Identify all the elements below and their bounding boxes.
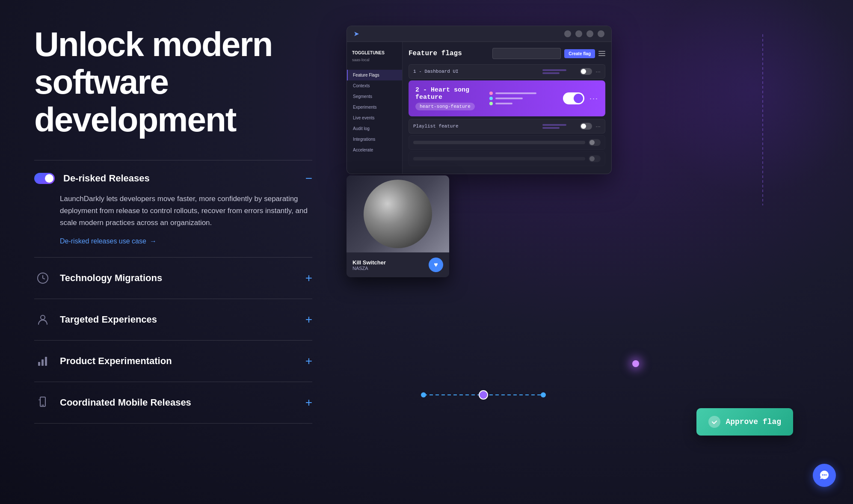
svg-rect-10: [598, 55, 605, 56]
hs-dot-3: [489, 102, 493, 105]
heart-song-bars: [489, 92, 558, 105]
svg-point-13: [479, 391, 488, 399]
sidebar-nav-audit[interactable]: Audit log: [347, 123, 402, 134]
svg-point-17: [824, 474, 825, 476]
dashboard-main: Feature flags Create flag 1 - Dashboard …: [403, 42, 611, 174]
svg-rect-9: [598, 53, 605, 54]
approve-flag-check-icon: [708, 416, 720, 428]
accordion-expand-icon-4[interactable]: +: [305, 355, 312, 367]
hs-dot-2: [489, 97, 493, 100]
accordion-item-targeted: Targeted Experiences +: [34, 299, 312, 340]
mobile-icon: [34, 394, 51, 411]
ff-search-bar[interactable]: [492, 48, 561, 59]
accordion-expand-icon-2[interactable]: +: [305, 272, 312, 284]
accordion-expand-icon-5[interactable]: +: [305, 397, 312, 409]
user-icon: [34, 311, 51, 328]
chart-icon: [34, 353, 51, 370]
accordion-header-mobile[interactable]: Coordinated Mobile Releases +: [34, 394, 312, 411]
de-risked-description: LaunchDarkly lets developers move faster…: [60, 193, 312, 229]
heart-song-menu[interactable]: ···: [589, 94, 598, 103]
chat-button[interactable]: [813, 464, 836, 487]
approve-flag-text: Approve flag: [726, 418, 781, 426]
toggle-icon: [34, 173, 55, 184]
de-risked-link[interactable]: De-risked releases use case →: [60, 237, 157, 245]
hs-bar-row-3: [489, 102, 558, 105]
ff-flag-bars-3: [542, 124, 577, 129]
heart-icon[interactable]: ♥: [429, 258, 443, 272]
topbar-icon-4: [598, 30, 604, 37]
ff-list-icon: [598, 50, 605, 57]
accordion-content-de-risked: LaunchDarkly lets developers move faster…: [34, 193, 312, 245]
glow-dot: [632, 360, 639, 367]
ff-flag-bars-1: [542, 69, 577, 74]
sidebar-nav-accelerate[interactable]: Accelerate: [347, 145, 402, 155]
ff-toggle-3[interactable]: [580, 123, 592, 130]
accordion-title-tech-migrations: Technology Migrations: [60, 273, 162, 284]
ff-bar-1a: [542, 69, 566, 71]
hero-title: Unlock modern software development: [34, 26, 312, 139]
hs-bar-1: [495, 92, 536, 94]
accordion-title-targeted: Targeted Experiences: [60, 314, 157, 325]
ff-row-extra-2: [409, 151, 605, 166]
sidebar-brand-name: TOGGLETUNES: [352, 50, 397, 55]
ff-row-menu-3[interactable]: ···: [595, 123, 601, 130]
svg-point-18: [826, 474, 827, 476]
approve-flag-button[interactable]: Approve flag: [696, 408, 793, 436]
ff-row-menu-1[interactable]: ···: [595, 68, 601, 75]
hs-dot-1: [489, 92, 493, 95]
ff-bar-3a: [542, 124, 566, 126]
ff-toggle-extra-2: [589, 155, 601, 162]
accordion-header-left: De-risked Releases: [34, 173, 150, 184]
accordion-item-de-risked: De-risked Releases − LaunchDarkly lets d…: [34, 160, 312, 257]
accordion-item-product-exp: Product Experimentation +: [34, 340, 312, 382]
vertical-connector: [762, 34, 763, 205]
ff-row-playlist: Playlist feature ···: [409, 119, 605, 133]
sidebar-nav-experiments[interactable]: Experiments: [347, 102, 402, 113]
accordion-collapse-icon[interactable]: −: [305, 172, 312, 184]
dashboard-topbar: ➤: [347, 26, 611, 42]
ff-bar-3b: [542, 127, 560, 129]
sidebar-nav-feature-flags[interactable]: Feature Flags: [347, 70, 402, 80]
sidebar-brand-env: saas-local: [352, 58, 370, 62]
sidebar-nav-contexts[interactable]: Contexts: [347, 80, 402, 91]
accordion-header-targeted[interactable]: Targeted Experiences +: [34, 311, 312, 328]
accordion-header-product-exp[interactable]: Product Experimentation +: [34, 353, 312, 370]
topbar-icon-3: [586, 30, 593, 37]
svg-rect-8: [598, 51, 605, 52]
svg-point-1: [41, 315, 45, 320]
right-panel: ➤ TOGGLETUNES saas-local Feature Flags: [347, 26, 819, 478]
heart-song-title: 2 - Heart song feature: [415, 86, 484, 101]
connector-svg: [424, 384, 637, 406]
music-card-info: Kill Switcher NASZA: [352, 259, 386, 271]
hs-bar-2: [495, 98, 523, 99]
ff-flag-name-3: Playlist feature: [413, 124, 539, 129]
sidebar-nav-segments[interactable]: Segments: [347, 91, 402, 102]
topbar-icon-2: [575, 30, 582, 37]
ff-header: Feature flags Create flag: [409, 48, 605, 59]
accordion-expand-icon-3[interactable]: +: [305, 314, 312, 326]
music-card-image: [347, 175, 449, 252]
dashboard-body: TOGGLETUNES saas-local Feature Flags Con…: [347, 42, 611, 174]
accordion-header-left-5: Coordinated Mobile Releases: [34, 394, 191, 411]
svg-point-14: [541, 392, 546, 397]
ff-row-placeholder-2: [413, 157, 585, 160]
ff-header-controls: Create flag: [492, 48, 605, 59]
heart-song-badge: heart-song-feature: [415, 103, 475, 110]
topbar-left: ➤: [354, 30, 359, 37]
ff-title: Feature flags: [409, 50, 462, 57]
accordion-header-de-risked[interactable]: De-risked Releases −: [34, 172, 312, 184]
song-artist: NASZA: [352, 266, 386, 271]
sidebar-nav-integrations[interactable]: Integrations: [347, 134, 402, 145]
accordion-header-tech-migrations[interactable]: Technology Migrations +: [34, 270, 312, 287]
accordion-title-product-exp: Product Experimentation: [60, 356, 172, 367]
ff-toggle-1[interactable]: [580, 68, 592, 75]
ff-row-extra-1: [409, 135, 605, 150]
ff-flag-name-1: 1 - Dashboard UI: [413, 69, 539, 74]
ff-create-button[interactable]: Create flag: [564, 49, 595, 58]
music-card: Kill Switcher NASZA ♥: [347, 175, 449, 277]
svg-rect-3: [41, 359, 44, 366]
sidebar-nav-live-events[interactable]: Live events: [347, 113, 402, 123]
moon-image: [364, 180, 432, 248]
accordion-header-left-4: Product Experimentation: [34, 353, 172, 370]
heart-song-toggle[interactable]: [563, 92, 584, 104]
